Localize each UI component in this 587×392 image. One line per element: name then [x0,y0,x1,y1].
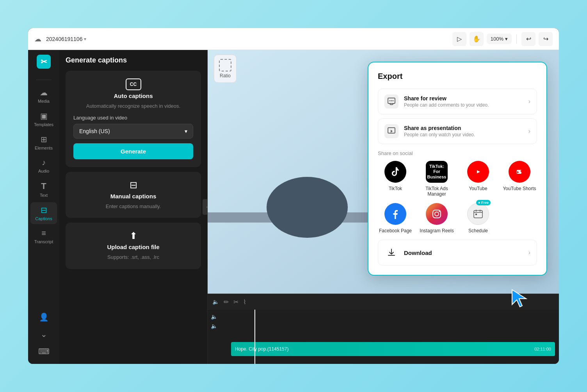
svg-rect-17 [474,210,482,218]
edit-tool-icon[interactable]: ✏ [224,298,229,306]
free-badge: ● Free [476,200,491,205]
svg-point-15 [435,212,439,216]
manual-captions-title: Manual captions [73,193,193,200]
facebook-social-item[interactable]: Facebook Page [378,203,413,233]
svg-point-10 [391,100,392,102]
svg-point-9 [390,100,391,102]
transcript-icon: ≡ [41,229,46,238]
avatar-icon: 👤 [39,312,49,322]
captions-panel: Generate captions CC Auto captions Autom… [59,50,208,364]
volume-control-2[interactable]: 🔈 [211,323,217,329]
play-mode-button[interactable]: ▷ [452,32,466,46]
upload-caption-title: Upload caption file [73,244,193,250]
keyboard-icon: ⌨ [38,347,50,356]
split-tool-icon[interactable]: ⌇ [243,298,246,306]
project-name[interactable]: 202406191106 ▾ [46,36,86,42]
social-grid: TikTok TikTok:ForBusiness TikTok Ads Man… [378,161,537,197]
cursor-pointer [511,288,528,309]
share-presentation-text: Share as presentation People can only wa… [404,125,523,137]
top-bar: ☁ 202406191106 ▾ ▷ ✋ 100% ▾ ↩ ↪ [28,28,559,50]
main-area: ✂ ☁ Media ▣ Templates ⊞ Elements ♪ Audio… [28,50,559,364]
schedule-icon [467,203,489,225]
ratio-button[interactable]: Ratio [214,55,237,83]
schedule-social-item[interactable]: ● Free Schedule [461,203,496,233]
upload-caption-desc: Supports: .srt, .ass, .lrc [73,253,193,261]
youtube-icon [467,161,489,183]
ratio-icon [219,59,231,71]
volume-icon-1[interactable]: 🔈 [212,299,219,305]
tiktok-icon [384,161,406,183]
sidebar-item-keyboard[interactable]: ⌨ [30,344,57,359]
sidebar-item-captions[interactable]: ⊟ Captions [30,202,57,224]
dropdown-chevron-icon: ▾ [84,36,86,42]
youtube-shorts-social-item[interactable]: YouTube Shorts [502,161,537,197]
templates-icon: ▣ [40,111,48,121]
volume-control-1[interactable]: 🔈 [211,314,217,320]
media-icon: ☁ [40,88,48,97]
redo-button[interactable]: ↪ [539,32,553,46]
sidebar-item-elements[interactable]: ⊞ Elements [30,132,57,153]
download-option[interactable]: Download › [378,240,537,265]
timeline-content: 🔈 🔈 Hope. City pop.(1145157) 02:11:00 [208,310,559,364]
sidebar-item-media[interactable]: ☁ Media [30,85,57,107]
share-as-presentation-option[interactable]: Share as presentation People can only wa… [378,118,537,144]
timeline-needle [254,310,255,364]
manual-captions-icon: ⊟ [73,180,193,191]
auto-captions-card[interactable]: CC Auto captions Automatically recognize… [66,71,201,167]
share-social-label: Share on social [378,150,537,156]
language-select[interactable]: English (US) ▾ [73,124,193,139]
auto-captions-title: Auto captions [73,93,193,99]
undo-button[interactable]: ↩ [521,32,535,46]
svg-point-11 [393,100,394,102]
toolbar-divider [516,34,517,44]
upload-caption-card[interactable]: ⬆ Upload caption file Supports: .srt, .a… [66,223,201,269]
elements-icon: ⊞ [41,135,47,144]
tiktok-ads-icon: TikTok:ForBusiness [426,161,448,183]
auto-captions-desc: Automatically recognize speech in videos… [73,102,193,110]
sidebar-item-audio[interactable]: ♪ Audio [30,155,57,176]
sidebar-item-transcript[interactable]: ≡ Transcript [30,226,57,247]
tiktok-social-item[interactable]: TikTok [378,161,413,197]
upload-icon: ⬆ [73,230,193,241]
svg-point-5 [267,177,348,238]
app-logo: ✂ [37,55,51,69]
generate-button[interactable]: Generate [73,143,193,159]
svg-rect-21 [475,214,477,215]
hand-tool-button[interactable]: ✋ [470,32,484,46]
panel-title: Generate captions [66,56,201,64]
sidebar-item-expand[interactable]: ⌄ [30,326,57,342]
share-review-icon [384,94,398,109]
instagram-social-item[interactable]: Instagram Reels [419,203,454,233]
tiktok-ads-social-item[interactable]: TikTok:ForBusiness TikTok Ads Manager [419,161,454,197]
captions-icon: ⊟ [41,205,47,215]
youtube-social-item[interactable]: YouTube [461,161,496,197]
timeline-track: Hope. City pop.(1145157) 02:11:00 [231,342,555,356]
youtube-shorts-icon [509,161,530,183]
zoom-control[interactable]: 100% ▾ [487,34,512,44]
share-for-review-option[interactable]: Share for review People can add comments… [378,89,537,114]
expand-icon: ⌄ [41,330,47,339]
facebook-icon [384,203,406,225]
audio-icon: ♪ [42,158,46,167]
share-presentation-icon [384,124,398,138]
sidebar-bottom: 👤 ⌄ ⌨ [30,309,57,359]
sidebar-item-avatar[interactable]: 👤 [30,309,57,325]
sidebar-divider [36,80,52,80]
cut-tool-icon[interactable]: ✂ [233,298,238,306]
manual-captions-card[interactable]: ⊟ Manual captions Enter captions manuall… [66,172,201,218]
download-arrow-icon: › [528,249,530,256]
timeline-toolbar: 🔈 ✏ ✂ ⌇ [208,294,559,310]
share-review-text: Share for review People can add comments… [404,95,523,108]
panel-collapse-button[interactable]: ‹ [203,199,208,215]
export-title: Export [378,72,537,81]
svg-marker-22 [512,290,526,307]
download-icon [384,246,398,260]
sidebar-item-text[interactable]: T Text [30,178,57,201]
download-label: Download [404,249,523,256]
chevron-down-icon: ▾ [505,36,508,42]
select-chevron-icon: ▾ [185,128,187,134]
svg-point-16 [439,211,440,212]
sidebar-item-templates[interactable]: ▣ Templates [30,108,57,130]
ratio-label: Ratio [220,73,231,78]
app-container: ☁ 202406191106 ▾ ▷ ✋ 100% ▾ ↩ ↪ ✂ ☁ Medi… [28,28,559,364]
